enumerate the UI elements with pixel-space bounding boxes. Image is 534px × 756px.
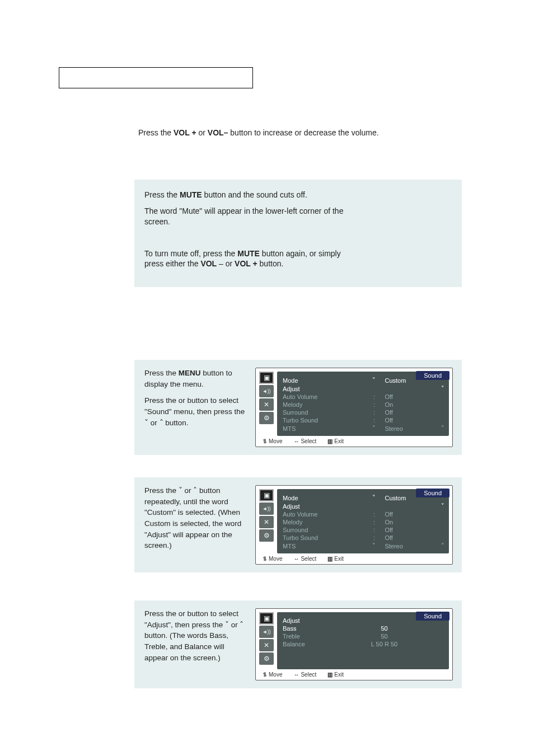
mute-line-2: The word "Mute" will appear in the lower… [144,206,346,227]
text: Press the [144,190,180,199]
move-hint: ⥮Move [263,672,282,678]
sliders-icon: ⚙ [259,529,274,542]
osd-adjust: ▣ ◄)) ✕ ⚙ Sound Adjust Bass50 Treble50 B… [255,608,453,680]
osd-sound-1: ▣ ◄)) ✕ ⚙ Sound Mode˅Custom˄ Adjust˅ Aut… [255,368,453,447]
osd-adjust-table: Adjust Bass50 Treble50 BalanceL 50 R 50 [282,617,446,648]
speaker-icon: ◄)) [259,503,274,515]
osd-category-icons: ▣ ◄)) ✕ ⚙ [259,489,275,553]
text: Press the [138,128,174,137]
step-3-text: Press the or button to select "Adjust", … [144,608,245,663]
mute-label: MUTE [237,249,260,258]
speaker-icon: ◄)) [259,626,274,638]
osd-nav-hints: ⥮Move ↔Select ▥Exit [256,553,452,562]
text: button. [257,259,284,268]
vol-minus-label: VOL– [208,128,228,137]
move-hint: ⥮Move [263,556,282,562]
move-hint: ⥮Move [263,438,282,444]
exit-hint: ▥Exit [327,556,344,562]
sliders-icon: ⚙ [259,652,274,665]
select-hint: ↔Select [293,556,316,562]
step-1-text-a: Press the MENU button to display the men… [144,368,245,389]
osd-title: Sound [416,371,449,380]
select-hint: ↔Select [293,438,316,444]
volume-instruction: Press the VOL + or VOL– button to increa… [138,128,452,138]
mute-line-3: To turn mute off, press the MUTE button … [144,248,346,270]
osd-category-icons: ▣ ◄)) ✕ ⚙ [259,372,275,436]
text: button and the sound cuts off. [202,190,307,199]
osd-nav-hints: ⥮Move ↔Select ▥Exit [256,669,452,678]
tool-icon: ✕ [259,639,274,651]
text: or [196,128,208,137]
mute-block: Press the MUTE button and the sound cuts… [134,180,462,287]
chapter-heading-frame [59,67,253,88]
vol-plus-label: VOL + [235,259,257,268]
text: To turn mute off, press the [144,249,237,258]
mute-label: MUTE [180,190,202,199]
step-2-text: Press the ˅ or ˄ button repeatedly, unti… [144,485,245,551]
tv-icon: ▣ [259,489,274,501]
select-hint: ↔Select [293,672,316,678]
tool-icon: ✕ [259,516,274,528]
osd-sound-table-2: Mode˅Custom˄ Adjust˅ Auto Volume:Off Mel… [282,494,446,550]
speaker-icon: ◄)) [259,385,274,397]
tool-icon: ✕ [259,398,274,411]
text: – or [217,259,235,268]
tv-icon: ▣ [259,372,274,384]
step-1-block: Press the MENU button to display the men… [134,360,462,455]
exit-hint: ▥Exit [327,672,344,678]
mute-line-1: Press the MUTE button and the sound cuts… [144,190,346,200]
text: button to increase or decrease the volum… [228,128,378,137]
step-3-block: Press the or button to select "Adjust", … [134,600,462,688]
osd-title: Sound [416,489,449,497]
text: Press the [144,369,179,377]
menu-label: MENU [179,369,201,377]
osd-category-icons: ▣ ◄)) ✕ ⚙ [259,612,275,669]
osd-title: Sound [416,612,449,621]
exit-hint: ▥Exit [327,438,344,444]
vol-label: VOL [200,259,217,268]
osd-nav-hints: ⥮Move ↔Select ▥Exit [256,436,452,444]
tv-icon: ▣ [259,612,274,624]
step-1-text-b: Press the or button to select "Sound" me… [144,395,245,428]
osd-sound-table-1: Mode˅Custom˄ Adjust˅ Auto Volume:Off Mel… [282,376,446,433]
step-2-block: Press the ˅ or ˄ button repeatedly, unti… [134,477,462,572]
vol-plus-label: VOL + [174,128,196,137]
sliders-icon: ⚙ [259,412,274,424]
osd-sound-2: ▣ ◄)) ✕ ⚙ Sound Mode˅Custom˄ Adjust˅ Aut… [255,485,453,565]
